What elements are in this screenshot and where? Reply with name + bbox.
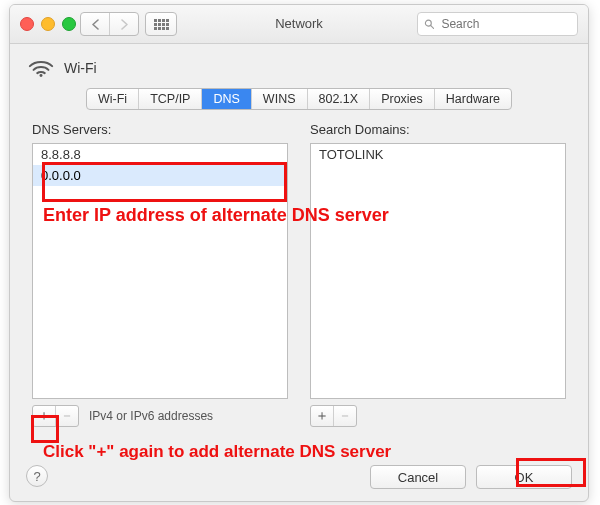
minimize-window-button[interactable] bbox=[41, 17, 55, 31]
dns-hint: IPv4 or IPv6 addresses bbox=[89, 409, 213, 423]
cancel-button[interactable]: Cancel bbox=[370, 465, 466, 489]
search-icon bbox=[424, 18, 434, 30]
tab-8021x[interactable]: 802.1X bbox=[307, 89, 370, 109]
search-domains-controls: ＋ － bbox=[310, 405, 566, 427]
help-icon: ? bbox=[33, 469, 40, 484]
toolbar-nav-group bbox=[80, 12, 177, 36]
window: Network Wi-Fi Wi-Fi TCP/IP DNS WINS bbox=[9, 4, 589, 502]
grid-icon bbox=[154, 19, 169, 30]
dns-remove-button[interactable]: － bbox=[55, 406, 78, 426]
tab-dns[interactable]: DNS bbox=[201, 89, 250, 109]
show-all-button[interactable] bbox=[145, 12, 177, 36]
window-controls bbox=[20, 17, 76, 31]
tab-hardware[interactable]: Hardware bbox=[434, 89, 511, 109]
back-forward-segment bbox=[80, 12, 139, 36]
wifi-icon bbox=[28, 58, 54, 78]
search-input[interactable] bbox=[439, 16, 571, 32]
footer: ? Cancel OK bbox=[10, 453, 588, 501]
chevron-right-icon bbox=[120, 19, 129, 30]
domains-add-remove: ＋ － bbox=[310, 405, 357, 427]
titlebar: Network bbox=[10, 5, 588, 44]
search-domains-list[interactable]: TOTOLINK bbox=[310, 143, 566, 399]
domains-add-button[interactable]: ＋ bbox=[311, 406, 333, 426]
dns-servers-label: DNS Servers: bbox=[32, 122, 288, 137]
help-button[interactable]: ? bbox=[26, 465, 48, 487]
connection-name: Wi-Fi bbox=[64, 60, 97, 76]
search-domain-row[interactable]: TOTOLINK bbox=[311, 144, 565, 165]
svg-point-2 bbox=[40, 74, 43, 77]
ok-button[interactable]: OK bbox=[476, 465, 572, 489]
tab-wins[interactable]: WINS bbox=[251, 89, 307, 109]
dns-servers-list[interactable]: 8.8.8.8 0.0.0.0 bbox=[32, 143, 288, 399]
tab-wifi[interactable]: Wi-Fi bbox=[87, 89, 138, 109]
search-field[interactable] bbox=[417, 12, 578, 36]
zoom-window-button[interactable] bbox=[62, 17, 76, 31]
connection-header: Wi-Fi bbox=[10, 44, 588, 82]
dns-servers-column: DNS Servers: 8.8.8.8 0.0.0.0 ＋ － IPv4 or… bbox=[32, 120, 288, 427]
dns-server-row-editing[interactable]: 0.0.0.0 bbox=[33, 165, 287, 186]
chevron-left-icon bbox=[91, 19, 100, 30]
dns-panel: DNS Servers: 8.8.8.8 0.0.0.0 ＋ － IPv4 or… bbox=[10, 120, 588, 427]
svg-line-1 bbox=[431, 25, 434, 28]
domains-remove-button[interactable]: － bbox=[333, 406, 356, 426]
search-domains-label: Search Domains: bbox=[310, 122, 566, 137]
tabs: Wi-Fi TCP/IP DNS WINS 802.1X Proxies Har… bbox=[86, 88, 512, 110]
search-domains-column: Search Domains: TOTOLINK ＋ － bbox=[310, 120, 566, 427]
dns-add-remove: ＋ － bbox=[32, 405, 79, 427]
forward-button[interactable] bbox=[109, 13, 138, 35]
tab-tcpip[interactable]: TCP/IP bbox=[138, 89, 201, 109]
tabs-bar: Wi-Fi TCP/IP DNS WINS 802.1X Proxies Har… bbox=[10, 82, 588, 120]
dns-server-row[interactable]: 8.8.8.8 bbox=[33, 144, 287, 165]
back-button[interactable] bbox=[81, 13, 109, 35]
tab-proxies[interactable]: Proxies bbox=[369, 89, 434, 109]
close-window-button[interactable] bbox=[20, 17, 34, 31]
dns-add-button[interactable]: ＋ bbox=[33, 406, 55, 426]
dns-servers-controls: ＋ － IPv4 or IPv6 addresses bbox=[32, 405, 288, 427]
